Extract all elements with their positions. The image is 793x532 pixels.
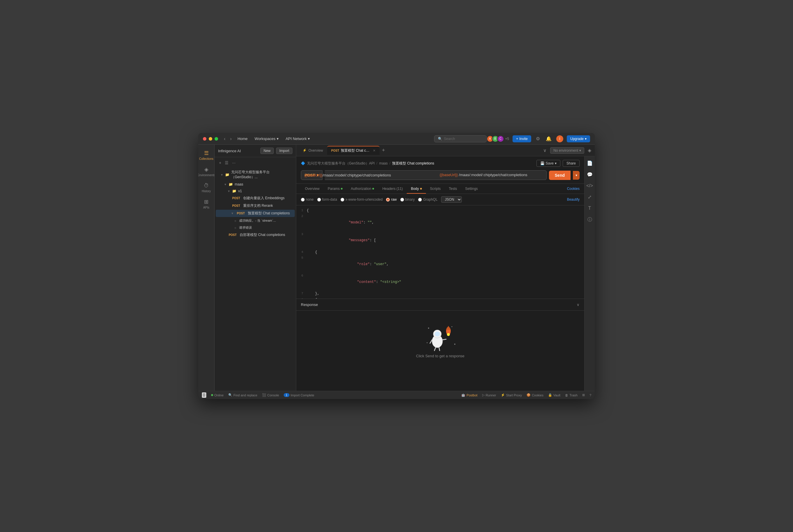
request-chat-completions[interactable]: ▼ POST 预置模型 Chat completions (216, 210, 295, 217)
new-button[interactable]: New (260, 148, 274, 154)
tab-tests[interactable]: Tests (445, 184, 461, 194)
tab-params[interactable]: Params (324, 184, 347, 194)
rocket-illustration (423, 322, 458, 352)
minimize-btn[interactable] (209, 137, 212, 140)
find-replace-button[interactable]: 🔍 Find and replace (228, 393, 257, 397)
notification-button[interactable]: 🔔 (545, 135, 553, 142)
no-environment-select[interactable]: No environment ▾ (550, 147, 584, 154)
svg-line-3 (430, 340, 432, 343)
sidebar-item-apis[interactable]: ⊞ APIs (198, 196, 214, 211)
tab-settings[interactable]: Settings (461, 184, 482, 194)
tab-request[interactable]: POST 预置模型 Chat completi ✕ (327, 146, 380, 155)
info-button[interactable]: ⓘ (586, 215, 594, 225)
collections-panel: Infinigence AI New Import + ☰ ··· ▼ 📁 无问… (215, 145, 296, 391)
docs-button[interactable]: 📄 (585, 159, 595, 168)
code-button[interactable]: </> (584, 182, 595, 190)
folder-maas[interactable]: ▼ 📁 maas (216, 181, 295, 188)
console-icon: ⬛ (262, 393, 266, 397)
add-tab-button[interactable]: + (380, 147, 387, 153)
example-success[interactable]: ≡ 成功响应。- 当 `stream`... (216, 217, 295, 224)
radio-raw[interactable]: raw (386, 197, 396, 202)
search-bar[interactable]: 🔍 Search (434, 135, 487, 142)
request-custom-deploy[interactable]: POST 自部署模型 Chat completions (216, 231, 295, 239)
start-proxy-button[interactable]: ⚡ Start Proxy (501, 393, 522, 397)
radio-binary[interactable]: binary (400, 197, 415, 202)
upgrade-button[interactable]: Upgrade ▾ (567, 135, 590, 142)
share-button[interactable]: Share (563, 160, 580, 167)
sidebar-item-collections[interactable]: ☰ Collections (198, 148, 214, 163)
folder-icon: 📁 (232, 189, 236, 193)
example-error[interactable]: ≡ 请求错误 (216, 224, 295, 231)
radio-graphql[interactable]: GraphQL (418, 197, 437, 202)
tab-headers[interactable]: Headers (11) (378, 184, 407, 194)
import-button[interactable]: Import (276, 148, 292, 154)
collection-root[interactable]: ▼ 📁 无问芯穹大模型服务平台（GenStudio）... (216, 169, 295, 181)
sidebar-item-environments[interactable]: ◈ Environments (198, 164, 214, 179)
postbot-button[interactable]: 🤖 Postbot (461, 393, 477, 397)
user-avatar-button[interactable]: I (556, 135, 563, 142)
request-rerank[interactable]: POST 重排序文档 Rerank (216, 202, 295, 209)
params-dot (341, 188, 343, 190)
env-options-button[interactable]: ◈ (586, 147, 593, 154)
method-select[interactable]: POST ▾ (301, 170, 323, 180)
tab-overview[interactable]: ⚡ Overview (298, 147, 327, 154)
tab-authorization[interactable]: Authorization (347, 184, 378, 194)
line-number: 6 (296, 273, 307, 279)
line-number: 7 (296, 291, 307, 296)
radio-form-data[interactable]: form-data (317, 197, 337, 202)
svg-line-4 (443, 339, 446, 340)
beautify-button[interactable]: Beautify (567, 197, 580, 202)
help-button[interactable]: ? (589, 394, 591, 397)
send-button[interactable]: Send (549, 171, 570, 180)
more-options-btn[interactable]: ··· (231, 159, 236, 166)
add-collection-btn[interactable]: + (218, 159, 222, 166)
svg-line-5 (434, 348, 436, 350)
folder-v1[interactable]: ▼ 📁 v1 (216, 188, 295, 194)
expand-button[interactable]: ⤢ (586, 192, 593, 202)
chevron-down-icon[interactable]: ∨ (577, 302, 580, 307)
tab-close-icon[interactable]: ✕ (373, 149, 375, 153)
filter-btn[interactable]: ☰ (224, 159, 229, 166)
url-input[interactable] (325, 170, 546, 180)
radio-none[interactable]: none (301, 197, 314, 202)
code-line-1: 1 { (296, 208, 584, 213)
send-dropdown-button[interactable]: ▾ (573, 171, 580, 180)
save-button[interactable]: 💾 Save ▾ (537, 160, 560, 167)
close-btn[interactable] (203, 137, 207, 140)
tab-overview[interactable]: Overview (301, 184, 324, 194)
json-format-select[interactable]: JSON (441, 196, 462, 203)
settings-button[interactable]: ⚙ (535, 135, 541, 142)
code-editor[interactable]: 1 { 2 "model": "", 3 (296, 205, 584, 299)
nav-api-network[interactable]: API Network ▾ (286, 136, 310, 141)
comments-button[interactable]: 💬 (585, 170, 595, 179)
runner-button[interactable]: ▷ Runner (482, 393, 496, 397)
forward-button[interactable]: › (229, 136, 233, 142)
request-embeddings[interactable]: POST 创建向量嵌入 Embeddings (216, 194, 295, 202)
chevron-down-icon: ▼ (231, 212, 234, 215)
sidebar-item-history[interactable]: ⏱ History (198, 180, 214, 195)
tab-body[interactable]: Body (407, 184, 426, 194)
maximize-btn[interactable] (215, 137, 218, 140)
nav-home[interactable]: Home (238, 136, 248, 141)
grid-button[interactable]: ⊞ (582, 393, 585, 397)
vault-button[interactable]: 🔒 Vault (548, 393, 560, 397)
trash-button[interactable]: 🗑 Trash (565, 394, 578, 397)
tab-scripts[interactable]: Scripts (426, 184, 445, 194)
cookies-button[interactable]: 🍪 Cookies (526, 393, 543, 397)
line-number: 1 (296, 208, 307, 213)
sidebar-toggle-button[interactable]: ☰ (202, 392, 207, 398)
history-icon: ⏱ (204, 183, 209, 189)
sidebar-toggle-icon: ☰ (202, 393, 206, 397)
text-size-button[interactable]: T (586, 204, 593, 213)
console-button[interactable]: ⬛ Console (262, 393, 279, 397)
tab-options-button[interactable]: ∨ (542, 147, 548, 154)
method-badge-post: POST (231, 204, 241, 208)
nav-workspaces[interactable]: Workspaces ▾ (254, 136, 278, 141)
collections-label: Collections (199, 157, 213, 160)
back-button[interactable]: ‹ (223, 136, 227, 142)
collections-icon: ☰ (204, 150, 209, 156)
invite-button[interactable]: + Invite (512, 135, 531, 142)
radio-urlencoded[interactable]: x-www-form-urlencoded (341, 197, 383, 202)
cookies-link[interactable]: Cookies (567, 187, 580, 191)
help-icon: ? (589, 394, 591, 397)
